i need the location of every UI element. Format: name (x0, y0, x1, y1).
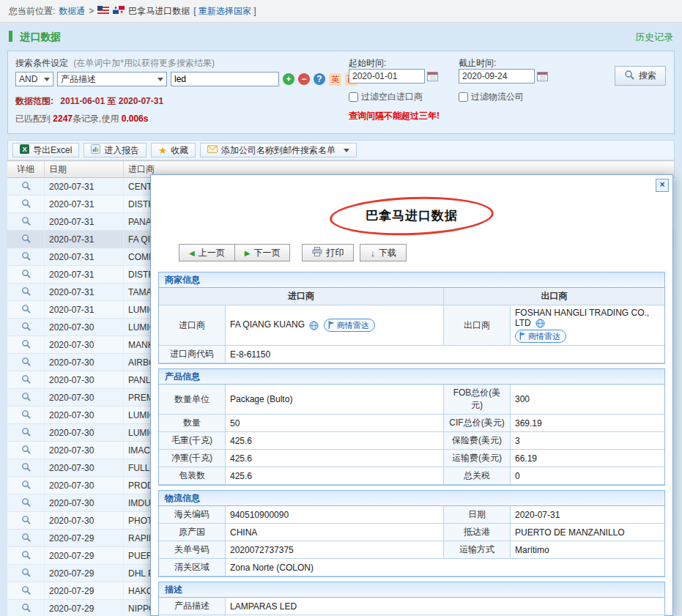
search-button[interactable]: 搜索 (615, 66, 666, 86)
download-button[interactable]: ↓ 下载 (360, 244, 407, 261)
end-date-input[interactable]: 2020-09-24 (459, 69, 535, 84)
detail-row: 产品描述LAMPARAS LED (159, 598, 664, 615)
section-marker (9, 31, 12, 42)
radar-badge-importer[interactable]: 商情雷达 (324, 319, 375, 332)
prev-page-button[interactable]: ◀ 上一页 (179, 244, 235, 261)
calendar-icon[interactable] (537, 71, 548, 81)
merchant-group-header: 进口商 出口商 (159, 288, 664, 305)
detail-magnifier-icon[interactable] (21, 269, 31, 278)
detail-magnifier-icon[interactable] (21, 603, 31, 612)
help-icon[interactable]: ? (314, 73, 325, 85)
importer-code-value: E-8-61150 (226, 346, 665, 363)
detail-label: 数量 (159, 415, 226, 432)
checkbox-input[interactable] (349, 92, 358, 102)
modal-nav: ◀ 上一页 ▶ 下一页 打印 ↓ 下载 (179, 244, 672, 261)
detail-magnifier-icon[interactable] (21, 515, 31, 524)
detail-value: 3 (511, 432, 665, 450)
detail-magnifier-icon[interactable] (21, 427, 31, 437)
row-date: 2020-07-30 (45, 354, 124, 371)
search-panel: 搜索条件设定 (在单词中加*用以获得更多搜索结果) AND 产品描述 + − ?… (7, 51, 675, 134)
svg-text:X: X (22, 146, 27, 153)
detail-magnifier-icon[interactable] (21, 251, 31, 261)
enter-report-button[interactable]: 进入报告 (84, 143, 147, 157)
detail-magnifier-icon[interactable] (21, 286, 31, 296)
next-page-button[interactable]: ▶ 下一页 (234, 244, 291, 261)
globe-icon[interactable] (309, 321, 319, 330)
row-date: 2020-07-30 (45, 319, 124, 336)
section-product: 产品信息 数量单位Package (Bulto)FOB总价(美元)300数量50… (158, 368, 665, 486)
search-hint: (在单词中加*用以获得更多搜索结果) (73, 58, 215, 68)
star-icon: ★ (158, 146, 167, 155)
detail-magnifier-icon[interactable] (21, 198, 31, 208)
merchant-table: 进口商 出口商 进口商 FA QIANG KUANG 商情雷达 (159, 288, 664, 363)
lang-english-button[interactable]: 英 (329, 73, 341, 86)
detail-magnifier-icon[interactable] (21, 532, 31, 542)
history-link[interactable]: 历史记录 (635, 31, 673, 44)
radar-badge-label: 商情雷达 (337, 320, 369, 331)
keyword-input[interactable] (171, 72, 279, 86)
exporter-group-header: 出口商 (444, 288, 665, 305)
detail-magnifier-icon[interactable] (21, 234, 31, 243)
add-condition-icon[interactable]: + (283, 73, 294, 85)
detail-magnifier-icon[interactable] (21, 322, 31, 331)
field-select-value: 产品描述 (61, 73, 96, 86)
detail-label: 毛重(千克) (159, 432, 226, 450)
detail-value: 940510900090 (226, 506, 444, 524)
reselect-country-link[interactable]: [ 重新选择国家 ] (193, 5, 256, 18)
matched-middle: 条记录,使用 (73, 114, 122, 124)
print-button[interactable]: 打印 (302, 244, 354, 261)
favorite-button[interactable]: ★ 收藏 (151, 143, 196, 157)
filter-blank-importer-checkbox[interactable]: 过滤空白进口商 (349, 91, 423, 103)
detail-value: Marítimo (511, 541, 665, 559)
detail-magnifier-icon[interactable] (21, 339, 31, 349)
row-date: 2020-07-30 (45, 477, 124, 494)
add-to-mail-list-button[interactable]: 添加公司名称到邮件搜索名单 (200, 143, 357, 157)
detail-value: 425.6 (226, 432, 444, 450)
printer-icon (312, 247, 322, 259)
detail-magnifier-icon[interactable] (21, 497, 31, 507)
detail-magnifier-icon[interactable] (21, 585, 31, 595)
detail-magnifier-icon[interactable] (21, 550, 31, 560)
detail-magnifier-icon[interactable] (21, 568, 31, 577)
chevron-down-icon (44, 78, 50, 81)
detail-row: 海关编码940510900090日期2020-07-31 (159, 506, 664, 524)
print-label: 打印 (326, 247, 344, 259)
close-icon[interactable]: × (656, 179, 669, 192)
remove-condition-icon[interactable]: − (298, 73, 310, 85)
detail-magnifier-icon[interactable] (21, 216, 31, 226)
detail-magnifier-icon[interactable] (21, 409, 31, 419)
radar-badge-exporter[interactable]: 商情雷达 (515, 330, 566, 343)
field-select[interactable]: 产品描述 (57, 72, 167, 86)
logistics-table-body: 海关编码940510900090日期2020-07-31原产国CHINA抵达港P… (159, 506, 664, 576)
description-table-body: 产品描述LAMPARAS LED编码描述 (159, 598, 664, 616)
detail-magnifier-icon[interactable] (21, 480, 31, 489)
home-link[interactable]: 数据通 (59, 5, 85, 18)
detail-row: 毛重(千克)425.6保险费(美元)3 (159, 432, 664, 450)
row-date: 2020-07-31 (45, 301, 124, 319)
importer-label: 进口商 (159, 305, 226, 346)
matched-time: 0.006s (122, 114, 149, 124)
detail-magnifier-icon[interactable] (21, 462, 31, 472)
radar-flag-icon (519, 332, 526, 341)
start-date-input[interactable]: 2020-01-01 (349, 69, 425, 84)
checkbox-input[interactable] (459, 92, 468, 102)
merchant-row: 进口商代码 E-8-61150 (159, 346, 664, 363)
detail-magnifier-icon[interactable] (21, 374, 31, 384)
detail-magnifier-icon[interactable] (21, 181, 31, 190)
logic-select[interactable]: AND (15, 72, 53, 86)
col-detail: 详细 (7, 161, 45, 178)
detail-value: CHINA (226, 524, 444, 541)
calendar-icon[interactable] (427, 71, 438, 81)
detail-magnifier-icon[interactable] (21, 445, 31, 454)
detail-label: 运输费(美元) (444, 450, 511, 467)
detail-row: 原产国CHINA抵达港PUERTO DE MANZANILLO (159, 524, 664, 541)
detail-magnifier-icon[interactable] (21, 304, 31, 313)
export-excel-button[interactable]: X 导出Excel (12, 143, 79, 157)
globe-icon[interactable] (535, 319, 545, 328)
detail-label: 包装数 (159, 467, 226, 485)
detail-magnifier-icon[interactable] (21, 392, 31, 401)
filter-logistics-checkbox[interactable]: 过滤物流公司 (459, 91, 524, 103)
start-date-label: 起始时间: (349, 57, 386, 70)
importer-group-header: 进口商 (159, 288, 444, 305)
detail-magnifier-icon[interactable] (21, 357, 31, 366)
